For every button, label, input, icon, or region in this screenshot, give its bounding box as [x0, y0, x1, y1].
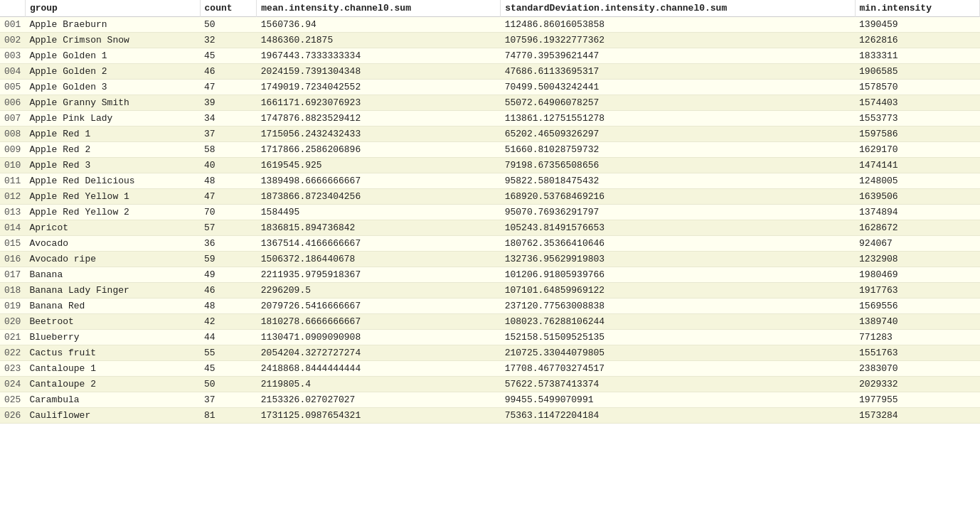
cell-rownum: 014 — [0, 220, 25, 236]
cell-group: Banana — [25, 267, 200, 283]
cell-sd: 79198.67356508656 — [501, 158, 855, 173]
cell-sd: 105243.81491576653 — [501, 220, 855, 236]
cell-rownum: 010 — [0, 158, 25, 173]
cell-count: 42 — [200, 314, 257, 330]
table-row: 016Avocado ripe591506372.186440678132736… — [0, 252, 980, 267]
cell-count: 48 — [200, 299, 257, 314]
cell-group: Apple Braeburn — [25, 17, 200, 33]
cell-mean: 1661171.6923076923 — [257, 95, 501, 111]
col-header-group[interactable]: group — [25, 0, 200, 17]
cell-rownum: 016 — [0, 252, 25, 267]
cell-mean: 2119805.4 — [257, 377, 501, 392]
cell-group: Apple Red Delicious — [25, 173, 200, 189]
cell-mean: 1715056.2432432433 — [257, 127, 501, 142]
cell-rownum: 006 — [0, 95, 25, 111]
cell-group: Apple Crimson Snow — [25, 33, 200, 48]
cell-min: 1262816 — [855, 33, 979, 48]
cell-count: 45 — [200, 361, 257, 377]
table-row: 005Apple Golden 3471749019.7234042552704… — [0, 80, 980, 95]
cell-rownum: 002 — [0, 33, 25, 48]
table-row: 026Cauliflower811731125.098765432175363.… — [0, 408, 980, 424]
cell-mean: 1873866.8723404256 — [257, 189, 501, 205]
cell-rownum: 003 — [0, 48, 25, 64]
cell-rownum: 026 — [0, 408, 25, 424]
table-row: 011Apple Red Delicious481389498.66666666… — [0, 173, 980, 189]
cell-count: 34 — [200, 111, 257, 127]
cell-rownum: 023 — [0, 361, 25, 377]
cell-count: 45 — [200, 48, 257, 64]
table-row: 019Banana Red482079726.5416666667237120.… — [0, 299, 980, 314]
cell-rownum: 005 — [0, 80, 25, 95]
cell-mean: 2418868.8444444444 — [257, 361, 501, 377]
col-header-mean[interactable]: mean.intensity.channel0.sum — [257, 0, 501, 17]
cell-count: 47 — [200, 80, 257, 95]
cell-rownum: 012 — [0, 189, 25, 205]
table-row: 022Cactus fruit552054204.327272727421072… — [0, 345, 980, 361]
col-header-min[interactable]: min.intensity — [855, 0, 979, 17]
cell-count: 36 — [200, 236, 257, 252]
cell-sd: 101206.91805939766 — [501, 267, 855, 283]
cell-rownum: 025 — [0, 392, 25, 408]
cell-group: Blueberry — [25, 330, 200, 345]
cell-min: 1833311 — [855, 48, 979, 64]
cell-sd: 112486.86016053858 — [501, 17, 855, 33]
cell-mean: 1486360.21875 — [257, 33, 501, 48]
cell-count: 48 — [200, 173, 257, 189]
cell-group: Cantaloupe 2 — [25, 377, 200, 392]
cell-count: 81 — [200, 408, 257, 424]
cell-sd: 113861.12751551278 — [501, 111, 855, 127]
cell-sd: 95070.76936291797 — [501, 205, 855, 220]
cell-count: 50 — [200, 377, 257, 392]
table-row: 024Cantaloupe 2502119805.457622.57387413… — [0, 377, 980, 392]
cell-min: 1232908 — [855, 252, 979, 267]
col-header-sd[interactable]: standardDeviation.intensity.channel0.sum — [501, 0, 855, 17]
cell-min: 1629170 — [855, 142, 979, 158]
cell-mean: 1717866.2586206896 — [257, 142, 501, 158]
cell-group: Avocado — [25, 236, 200, 252]
cell-min: 1628672 — [855, 220, 979, 236]
cell-mean: 1967443.7333333334 — [257, 48, 501, 64]
cell-sd: 99455.5499070991 — [501, 392, 855, 408]
table-row: 014Apricot571836815.894736842105243.8149… — [0, 220, 980, 236]
cell-mean: 1506372.186440678 — [257, 252, 501, 267]
cell-count: 32 — [200, 33, 257, 48]
cell-sd: 57622.57387413374 — [501, 377, 855, 392]
cell-rownum: 011 — [0, 173, 25, 189]
cell-group: Banana Lady Finger — [25, 283, 200, 299]
cell-rownum: 017 — [0, 267, 25, 283]
cell-min: 1917763 — [855, 283, 979, 299]
cell-rownum: 021 — [0, 330, 25, 345]
cell-rownum: 007 — [0, 111, 25, 127]
cell-count: 37 — [200, 392, 257, 408]
cell-group: Cantaloupe 1 — [25, 361, 200, 377]
cell-count: 55 — [200, 345, 257, 361]
cell-rownum: 013 — [0, 205, 25, 220]
cell-group: Apple Red 3 — [25, 158, 200, 173]
cell-count: 50 — [200, 17, 257, 33]
cell-count: 49 — [200, 267, 257, 283]
cell-group: Apple Red Yellow 1 — [25, 189, 200, 205]
cell-sd: 17708.467703274517 — [501, 361, 855, 377]
table-row: 004Apple Golden 2462024159.7391304348476… — [0, 64, 980, 80]
cell-sd: 95822.58018475432 — [501, 173, 855, 189]
cell-min: 1551763 — [855, 345, 979, 361]
cell-sd: 65202.46509326297 — [501, 127, 855, 142]
col-header-count[interactable]: count — [200, 0, 257, 17]
cell-min: 1977955 — [855, 392, 979, 408]
cell-count: 46 — [200, 64, 257, 80]
cell-mean: 1560736.94 — [257, 17, 501, 33]
cell-group: Apple Red Yellow 2 — [25, 205, 200, 220]
cell-count: 70 — [200, 205, 257, 220]
table-row: 012Apple Red Yellow 1471873866.872340425… — [0, 189, 980, 205]
table-row: 010Apple Red 3401619545.92579198.6735650… — [0, 158, 980, 173]
cell-mean: 2211935.9795918367 — [257, 267, 501, 283]
cell-mean: 1747876.8823529412 — [257, 111, 501, 127]
table-header-row: group count mean.intensity.channel0.sum … — [0, 0, 980, 17]
cell-group: Apricot — [25, 220, 200, 236]
table-row: 009Apple Red 2581717866.258620689651660.… — [0, 142, 980, 158]
table-row: 018Banana Lady Finger462296209.5107101.6… — [0, 283, 980, 299]
cell-rownum: 004 — [0, 64, 25, 80]
cell-group: Cactus fruit — [25, 345, 200, 361]
cell-group: Avocado ripe — [25, 252, 200, 267]
cell-count: 47 — [200, 189, 257, 205]
